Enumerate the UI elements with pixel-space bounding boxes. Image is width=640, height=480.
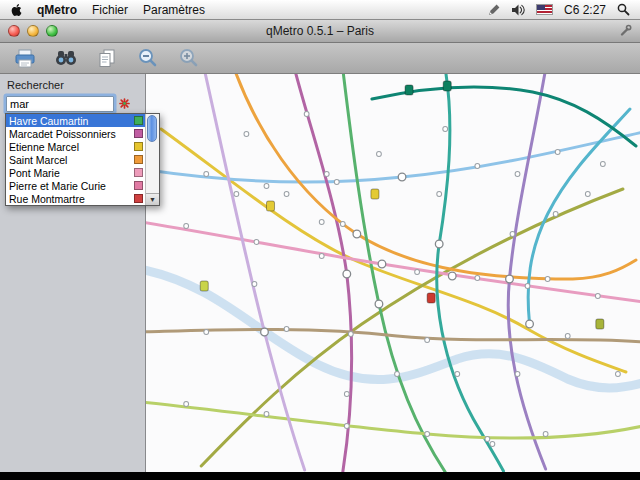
menu-item-fichier[interactable]: Fichier [92, 3, 128, 17]
search-row [6, 95, 139, 113]
spotlight-icon[interactable] [617, 3, 630, 16]
dropdown-scrollbar[interactable]: ▼ [145, 114, 159, 205]
window-title: qMetro 0.5.1 – Paris [266, 24, 374, 38]
app-menu[interactable]: qMetro [37, 3, 77, 17]
line-color-swatch [134, 181, 143, 190]
search-marker-icon[interactable] [119, 98, 130, 111]
metro-map-canvas [146, 74, 640, 472]
search-results-list: Havre CaumartinMarcadet PoissonniersEtie… [6, 114, 145, 205]
apple-menu-icon[interactable] [10, 3, 22, 17]
scrollbar-thumb[interactable] [147, 115, 157, 142]
result-label: Saint Marcel [9, 154, 131, 166]
window-content: Rechercher Havre CaumartinMarcadet Poiss… [0, 74, 640, 472]
search-results-dropdown: Havre CaumartinMarcadet PoissonniersEtie… [5, 113, 160, 206]
search-sidebar: Rechercher Havre CaumartinMarcadet Poiss… [0, 74, 146, 472]
toolbar [0, 43, 640, 74]
line-color-swatch [134, 194, 143, 203]
flag-canton [537, 5, 545, 10]
app-window: qMetro 0.5.1 – Paris Rec [0, 20, 640, 472]
line-color-swatch [134, 142, 143, 151]
zoom-out-button[interactable] [135, 46, 161, 70]
zoom-button[interactable] [46, 25, 58, 37]
search-result-item[interactable]: Saint Marcel [6, 153, 145, 166]
line-color-swatch [134, 116, 143, 125]
search-result-item[interactable]: Pierre et Marie Curie [6, 179, 145, 192]
search-result-item[interactable]: Marcadet Poissonniers [6, 127, 145, 140]
window-controls [8, 25, 58, 37]
menu-bar-status: C6 2:27 [488, 3, 630, 17]
metro-map[interactable] [146, 74, 640, 472]
result-label: Havre Caumartin [9, 115, 131, 127]
zoom-in-button[interactable] [176, 46, 202, 70]
copy-button[interactable] [94, 46, 120, 70]
wrench-icon[interactable] [619, 24, 632, 40]
result-label: Marcadet Poissonniers [9, 128, 131, 140]
screen: qMetro FichierParamètres C6 2:27 qMetro [0, 0, 640, 480]
find-button[interactable] [53, 46, 79, 70]
scrollbar-down-arrow[interactable]: ▼ [146, 193, 159, 205]
search-input[interactable] [6, 96, 114, 112]
result-label: Pont Marie [9, 167, 131, 179]
title-bar[interactable]: qMetro 0.5.1 – Paris [0, 20, 640, 43]
search-result-item[interactable]: Etienne Marcel [6, 140, 145, 153]
menu-items: FichierParamètres [92, 3, 205, 17]
result-label: Etienne Marcel [9, 141, 131, 153]
minimize-button[interactable] [27, 25, 39, 37]
volume-icon[interactable] [511, 4, 525, 16]
result-label: Rue Montmartre [9, 193, 131, 205]
result-label: Pierre et Marie Curie [9, 180, 131, 192]
menu-bar-clock[interactable]: C6 2:27 [564, 3, 606, 17]
line-color-swatch [134, 129, 143, 138]
menu-bar: qMetro FichierParamètres C6 2:27 [0, 0, 640, 20]
search-result-item[interactable]: Rue Montmartre [6, 192, 145, 205]
line-color-swatch [134, 168, 143, 177]
print-button[interactable] [12, 46, 38, 70]
search-result-item[interactable]: Pont Marie [6, 166, 145, 179]
search-label: Rechercher [7, 79, 139, 91]
bottom-strip [0, 472, 640, 480]
us-flag-icon[interactable] [536, 4, 553, 15]
close-button[interactable] [8, 25, 20, 37]
pencil-icon[interactable] [488, 4, 500, 16]
line-color-swatch [134, 155, 143, 164]
search-result-item[interactable]: Havre Caumartin [6, 114, 145, 127]
menu-item-paramtres[interactable]: Paramètres [143, 3, 205, 17]
